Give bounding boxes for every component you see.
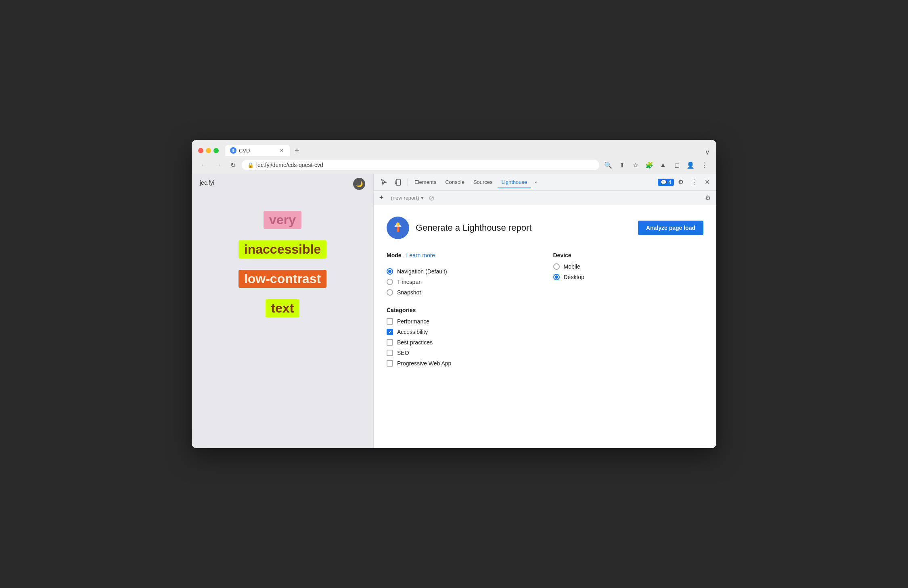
- category-performance-checkbox[interactable]: [387, 318, 393, 325]
- bookmark-icon[interactable]: ☆: [630, 159, 641, 171]
- back-button[interactable]: ←: [198, 159, 209, 171]
- categories-section: Categories Performance Accessibility: [387, 307, 703, 367]
- word-text: text: [266, 299, 300, 317]
- secondary-settings-button[interactable]: ⚙: [703, 192, 713, 203]
- word-very: very: [264, 211, 301, 229]
- tab-elements[interactable]: Elements: [410, 176, 440, 188]
- mode-timespan-radio[interactable]: [387, 279, 393, 285]
- category-best-practices-checkbox[interactable]: [387, 339, 393, 346]
- device-column: Device Mobile Desktop: [553, 252, 704, 296]
- mode-column: Mode Learn more Navigation (Default) Tim…: [387, 252, 537, 296]
- category-pwa[interactable]: Progressive Web App: [387, 360, 703, 367]
- extensions-icon[interactable]: 🧩: [644, 159, 655, 171]
- address-bar: ← → ↻ 🔒 jec.fyi/demo/cds-quest-cvd 🔍 ⬆ ☆…: [192, 156, 716, 174]
- tab-favicon: G: [230, 147, 236, 154]
- close-devtools-button[interactable]: ✕: [701, 176, 713, 188]
- forward-button[interactable]: →: [213, 159, 224, 171]
- device-desktop-radio[interactable]: [553, 274, 560, 280]
- tab-close-button[interactable]: ×: [278, 147, 285, 154]
- learn-more-link[interactable]: Learn more: [406, 252, 435, 259]
- svg-point-6: [396, 223, 400, 226]
- mode-header: Mode Learn more: [387, 252, 537, 263]
- maximize-traffic-light[interactable]: [213, 148, 219, 153]
- url-text: jec.fyi/demo/cds-quest-cvd: [256, 162, 594, 168]
- devtools-panel: Elements Console Sources Lighthouse » 💬 …: [373, 174, 716, 448]
- sidebar-icon[interactable]: ◻: [671, 159, 682, 171]
- content-area: jec.fyi 🌙 very inaccessible low-contrast…: [192, 174, 716, 448]
- device-toolbar-icon[interactable]: [391, 176, 405, 188]
- category-pwa-checkbox[interactable]: [387, 360, 393, 367]
- mode-navigation-radio[interactable]: [387, 268, 393, 275]
- word-low-contrast: low-contrast: [239, 270, 326, 288]
- category-performance-label: Performance: [397, 318, 429, 325]
- mode-navigation[interactable]: Navigation (Default): [387, 268, 537, 275]
- devtools-secondary-bar: + (new report) ▾ ⊘ ⚙: [374, 191, 716, 205]
- settings-button[interactable]: ⚙: [675, 176, 687, 188]
- category-seo-label: SEO: [397, 350, 409, 356]
- feedback-badge[interactable]: 💬 4: [658, 179, 674, 186]
- mode-snapshot-radio[interactable]: [387, 289, 393, 296]
- category-best-practices-label: Best practices: [397, 339, 433, 346]
- profile-icon-1[interactable]: ▲: [657, 159, 669, 171]
- category-performance[interactable]: Performance: [387, 318, 703, 325]
- inspect-element-icon[interactable]: [377, 176, 391, 188]
- darkmode-toggle[interactable]: 🌙: [353, 178, 365, 190]
- lighthouse-title: Generate a Lighthouse report: [416, 223, 632, 233]
- share-icon[interactable]: ⬆: [616, 159, 628, 171]
- categories-label: Categories: [387, 307, 703, 313]
- category-accessibility[interactable]: Accessibility: [387, 329, 703, 335]
- feedback-count: 4: [668, 179, 671, 185]
- refresh-button[interactable]: ↻: [227, 159, 239, 171]
- word-inaccessible: inaccessible: [239, 240, 326, 259]
- traffic-lights: [198, 148, 219, 153]
- browser-window: G CVD × + ∨ ← → ↻ 🔒 jec.fyi/demo/cds-que…: [192, 140, 716, 448]
- tab-chevron-icon[interactable]: ∨: [705, 148, 710, 156]
- category-accessibility-checkbox[interactable]: [387, 329, 393, 335]
- mode-radio-group: Navigation (Default) Timespan Snapshot: [387, 268, 537, 296]
- lighthouse-header: Generate a Lighthouse report Analyze pag…: [387, 217, 703, 239]
- category-accessibility-label: Accessibility: [397, 329, 428, 335]
- more-options-button[interactable]: ⋮: [688, 176, 701, 188]
- toolbar-right: 🔍 ⬆ ☆ 🧩 ▲ ◻ 👤 ⋮: [603, 159, 710, 171]
- tab-console[interactable]: Console: [441, 176, 469, 188]
- new-report-add-button[interactable]: +: [377, 192, 386, 204]
- category-best-practices[interactable]: Best practices: [387, 339, 703, 346]
- report-dropdown-icon: ▾: [421, 195, 424, 201]
- search-icon[interactable]: 🔍: [603, 159, 614, 171]
- analyze-page-load-button[interactable]: Analyze page load: [638, 221, 703, 235]
- device-mobile-radio[interactable]: [553, 263, 560, 270]
- devtools-separator: [408, 178, 408, 186]
- mode-timespan-label: Timespan: [397, 279, 422, 285]
- categories-checkbox-group: Performance Accessibility Best practices: [387, 318, 703, 367]
- block-icon: ⊘: [429, 194, 435, 202]
- more-tabs-icon[interactable]: »: [532, 177, 540, 188]
- feedback-icon: 💬: [661, 179, 667, 185]
- new-tab-button[interactable]: +: [291, 145, 303, 156]
- tab-lighthouse[interactable]: Lighthouse: [498, 176, 531, 188]
- lock-icon: 🔒: [247, 162, 254, 168]
- device-desktop[interactable]: Desktop: [553, 274, 704, 280]
- lighthouse-logo: [387, 217, 409, 239]
- category-seo[interactable]: SEO: [387, 350, 703, 356]
- category-seo-checkbox[interactable]: [387, 350, 393, 356]
- site-name: jec.fyi: [200, 179, 214, 186]
- menu-icon[interactable]: ⋮: [699, 159, 710, 171]
- device-mobile[interactable]: Mobile: [553, 263, 704, 270]
- mode-timespan[interactable]: Timespan: [387, 279, 537, 285]
- url-bar[interactable]: 🔒 jec.fyi/demo/cds-quest-cvd: [242, 160, 599, 170]
- device-radio-group: Mobile Desktop: [553, 263, 704, 280]
- active-tab[interactable]: G CVD ×: [225, 145, 290, 156]
- mode-navigation-label: Navigation (Default): [397, 268, 447, 275]
- tab-title: CVD: [239, 148, 250, 154]
- mode-device-section: Mode Learn more Navigation (Default) Tim…: [387, 252, 703, 296]
- lighthouse-main-content: Generate a Lighthouse report Analyze pag…: [374, 205, 716, 448]
- tab-sources[interactable]: Sources: [469, 176, 497, 188]
- category-pwa-label: Progressive Web App: [397, 360, 451, 367]
- minimize-traffic-light[interactable]: [206, 148, 211, 153]
- device-mobile-label: Mobile: [564, 263, 580, 270]
- profile-icon[interactable]: 👤: [685, 159, 696, 171]
- mode-snapshot[interactable]: Snapshot: [387, 289, 537, 296]
- close-traffic-light[interactable]: [198, 148, 203, 153]
- report-selector[interactable]: (new report) ▾: [388, 193, 427, 202]
- title-bar: G CVD × + ∨: [192, 140, 716, 156]
